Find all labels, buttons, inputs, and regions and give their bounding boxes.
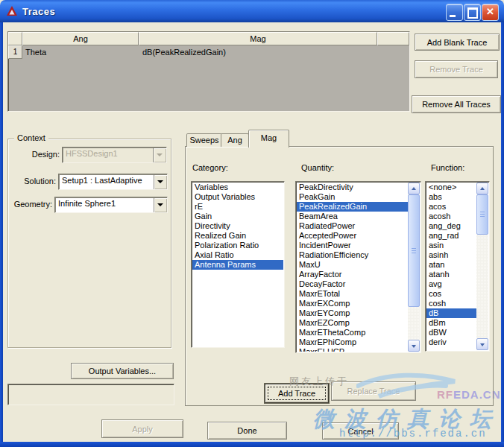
window-border-right [501, 22, 504, 447]
corner-header-cell [8, 32, 22, 45]
mag-tab-panel [185, 146, 494, 406]
title-bar: Traces [0, 0, 504, 22]
trace-ang-cell[interactable]: Theta [25, 47, 137, 57]
tab-sweeps[interactable]: Sweeps [186, 133, 222, 147]
geometry-value: Infinite Sphere1 [55, 197, 154, 212]
column-header-spare [377, 32, 409, 45]
trace-mag-cell[interactable]: dB(PeakRealizedGain) [142, 47, 374, 57]
minimize-icon [450, 15, 456, 17]
window-border-bottom [0, 442, 504, 447]
remove-all-traces-button[interactable]: Remove All Traces [412, 95, 501, 113]
add-blank-trace-button[interactable]: Add Blank Trace [415, 34, 500, 51]
chevron-down-icon[interactable] [154, 174, 167, 189]
remove-trace-button[interactable]: Remove Trace [415, 60, 498, 78]
done-button[interactable]: Done [207, 422, 287, 440]
design-label: Design: [15, 150, 60, 159]
tab-ang[interactable]: Ang [221, 133, 249, 147]
minimize-button[interactable] [446, 4, 463, 21]
traces-table-header: Ang Mag [8, 32, 409, 45]
ansoft-logo-icon [6, 5, 18, 17]
geometry-dropdown[interactable]: Infinite Sphere1 [54, 197, 168, 213]
solution-label: Solution: [10, 177, 56, 186]
window-border-left [0, 22, 3, 447]
window-title: Traces [22, 6, 55, 17]
geometry-label: Geometry: [9, 200, 52, 209]
column-header-mag[interactable]: Mag [139, 32, 377, 45]
traces-table: Ang Mag 1 Theta dB(PeakRealizedGain) [7, 31, 410, 112]
context-group-title: Context [14, 133, 48, 142]
apply-button[interactable]: Apply [101, 419, 183, 438]
trace-expression-field [7, 384, 174, 405]
maximize-button[interactable] [464, 4, 481, 21]
solution-value: Setup1 : LastAdaptive [59, 174, 154, 189]
design-dropdown[interactable]: HFSSDesign1 [62, 147, 167, 163]
solution-dropdown[interactable]: Setup1 : LastAdaptive [58, 174, 168, 190]
traces-dialog: Traces ✕ Ang Mag 1 Theta dB(PeakRealized… [0, 0, 504, 447]
cancel-button[interactable]: Cancel [322, 422, 399, 440]
chevron-down-icon[interactable] [153, 148, 166, 162]
design-value: HFSSDesign1 [63, 148, 153, 162]
close-button[interactable]: ✕ [482, 4, 499, 21]
row-number-cell[interactable]: 1 [8, 45, 22, 59]
context-groupbox: Context [7, 139, 171, 348]
maximize-icon [467, 7, 478, 19]
output-variables-button[interactable]: Output Variables... [71, 363, 174, 379]
tab-mag[interactable]: Mag [248, 130, 289, 148]
column-header-ang[interactable]: Ang [22, 32, 139, 45]
chevron-down-icon[interactable] [154, 197, 167, 212]
